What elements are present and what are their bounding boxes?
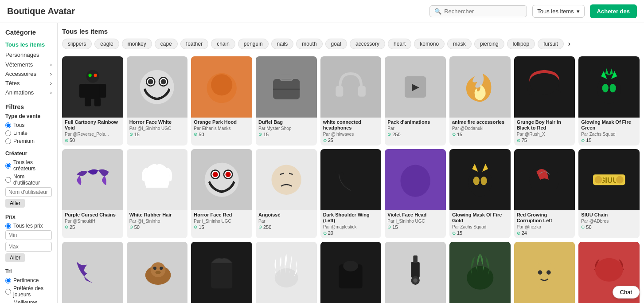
item-card[interactable]: Hoodie Par Eternos Digital ⊙ 20 <box>191 242 252 303</box>
item-card[interactable]: Purple Cursed Chains Par @SmoukiH ⊙ 25 <box>62 149 123 238</box>
sort-preferes[interactable]: Préférés des joueurs <box>5 285 52 298</box>
item-card[interactable]: Smug Egg Par @ROLVe Commu... ⊙ 50 <box>514 242 575 303</box>
svg-point-6 <box>88 74 91 77</box>
tag-heart[interactable]: heart <box>388 39 411 49</box>
item-card[interactable]: Red Growing Corruption Left Par @nezko ⊙… <box>514 149 575 238</box>
tag-eagle[interactable]: eagle <box>94 39 119 49</box>
creator-username[interactable]: Nom d'utilisateur <box>5 173 52 186</box>
item-info: Horror Face Red Par i_Sininho UGC ⊙ 15 <box>191 210 252 232</box>
sidebar-item-accessoires[interactable]: Accessoires › <box>5 69 52 79</box>
item-card[interactable]: Orange Park Hood Par Ethan's Masks ⊙ 50 <box>191 56 252 146</box>
item-image <box>256 149 317 210</box>
item-card[interactable]: Capybara Bread Buddy On Right Par ThienU… <box>127 242 188 303</box>
item-info: Violet Face Head Par i_Sininho UGC ⊙ 15 <box>385 210 446 232</box>
tag-monkey[interactable]: monkey <box>122 39 152 49</box>
item-price: ⊙ 15 <box>452 230 508 236</box>
tag-piercing[interactable]: piercing <box>474 39 504 49</box>
item-card[interactable]: Black MP3 Player w/ Earbuds Par @sirehns… <box>385 242 446 303</box>
sale-type-premium[interactable]: Premium <box>5 138 52 144</box>
item-card[interactable]: Full Cartoony Rainbow Void Par @Reverse_… <box>62 56 123 146</box>
price-go-button[interactable]: Aller <box>5 253 25 262</box>
item-card[interactable]: Dark Shoulder Wing (Left) Par @maplestic… <box>320 149 382 238</box>
item-card[interactable]: Purple Shoulder Wing (Left) Par @maplest… <box>62 242 123 303</box>
item-card[interactable]: Grunge Boy Hair in Black to Red Par @Rus… <box>514 56 575 146</box>
sidebar-item-personnages[interactable]: Personnages <box>5 50 52 60</box>
tag-mouth[interactable]: mouth <box>296 39 322 49</box>
creator-tous[interactable]: Tous les créateurs <box>5 159 52 172</box>
tag-slippers[interactable]: slippers <box>62 39 92 49</box>
item-name: white connected headphones <box>323 119 379 131</box>
sale-type-group: Tous Limité Premium <box>5 122 52 144</box>
robux-icon: ⊙ <box>517 231 520 236</box>
item-name: SIUU Chain <box>581 212 637 218</box>
sort-meilleures[interactable]: Meilleures ventes <box>5 299 52 303</box>
item-price: ⊙ 25 <box>323 138 379 143</box>
tag-cape[interactable]: cape <box>155 39 178 49</box>
item-card[interactable]: Spiky White Anime Hair Par @ICENODE ⊙ 55 <box>256 242 317 303</box>
robux-icon: ⊙ <box>129 224 133 229</box>
sidebar-item-vetements[interactable]: Vêtements › <box>5 60 52 69</box>
item-info: Pack d'animations Par ⊙ 250 <box>385 118 446 140</box>
item-name: Full Cartoony Rainbow Void <box>65 119 121 131</box>
chevron-icon: › <box>50 89 52 96</box>
item-card[interactable]: Black to Green Fluffy Messy Cool Par @Po… <box>449 242 511 303</box>
sidebar-item-all[interactable]: Tous les items <box>5 39 52 50</box>
price-min-input[interactable] <box>5 230 52 240</box>
svg-point-67 <box>546 270 551 275</box>
filters-title: Filtres <box>5 103 52 110</box>
item-price-value: 15 <box>457 230 462 236</box>
app-title: Boutique Avatar <box>7 6 75 16</box>
tag-lollipop[interactable]: lollipop <box>507 39 535 49</box>
robux-icon: ⊙ <box>387 224 391 229</box>
chevron-icon: › <box>50 80 52 87</box>
tags-next-button[interactable]: › <box>566 39 572 49</box>
item-card[interactable]: white connected headphones Par @inkwaves… <box>320 56 382 146</box>
tag-fursuit[interactable]: fursuit <box>538 39 564 49</box>
item-price-value: 15 <box>586 138 591 143</box>
chevron-icon: › <box>50 71 52 77</box>
item-card[interactable]: Horror Face Red Par i_Sininho UGC ⊙ 15 <box>191 149 252 238</box>
filter-dropdown[interactable]: Tous les items ▾ <box>532 5 584 18</box>
item-image <box>62 56 123 118</box>
tag-chain[interactable]: chain <box>211 39 235 49</box>
tag-penguin[interactable]: penguin <box>238 39 269 49</box>
item-card[interactable]: Violet Face Head Par i_Sininho UGC ⊙ 15 <box>385 149 446 238</box>
tag-accessory[interactable]: accessory <box>350 39 385 49</box>
sidebar-item-tetes[interactable]: Têtes › <box>5 79 52 88</box>
item-card[interactable]: anime fire accessories Par @Dodanuki ⊙ 1… <box>449 56 511 146</box>
creator-input[interactable] <box>5 187 52 197</box>
item-card[interactable]: Horror Face White Par @i_Sininho UGC ⊙ 1… <box>127 56 188 146</box>
item-card[interactable]: SIUU SIUU Chain Par @ADbros ⊙ 50 <box>578 149 640 238</box>
price-max-input[interactable] <box>5 242 52 252</box>
item-card[interactable]: Angoissé Par ⊙ 250 <box>256 149 317 238</box>
item-creator: Par <box>258 219 314 224</box>
sale-type-tous[interactable]: Tous <box>5 122 52 128</box>
item-card[interactable]: ▶ Pack d'animations Par ⊙ 250 <box>385 56 446 146</box>
item-card[interactable]: Duffel Bag Par Myster Shop ⊙ 15 <box>256 56 317 146</box>
tag-goat[interactable]: goat <box>325 39 347 49</box>
item-card[interactable]: Glowing Mask Of Fire Gold Par Zachs Squa… <box>449 149 511 238</box>
tag-nails[interactable]: nails <box>271 39 294 49</box>
item-price-value: 25 <box>70 224 75 230</box>
item-image <box>514 56 575 118</box>
item-card[interactable]: Glowing Mask Of Fire Green Par Zachs Squ… <box>578 56 640 146</box>
sale-type-limite[interactable]: Limité <box>5 130 52 136</box>
svg-marker-27 <box>609 68 613 75</box>
sort-pertinence[interactable]: Pertinence <box>5 277 52 283</box>
item-price: ⊙ 250 <box>387 132 443 137</box>
sidebar-item-animations[interactable]: Animations › <box>5 88 52 97</box>
svg-point-36 <box>271 165 301 194</box>
tag-kemono[interactable]: kemono <box>414 39 445 49</box>
price-tous[interactable]: Tous les prix <box>5 223 52 229</box>
tag-feather[interactable]: feather <box>180 39 208 49</box>
tags-bar: slippers eagle monkey cape feather chain… <box>62 39 640 51</box>
chat-button[interactable]: Chat <box>613 286 640 299</box>
tag-mask[interactable]: mask <box>447 39 472 49</box>
item-price-value: 15 <box>199 224 204 230</box>
search-input[interactable] <box>444 8 522 15</box>
item-price: ⊙ 25 <box>65 224 121 230</box>
buy-button[interactable]: Acheter des <box>590 4 637 18</box>
item-card[interactable]: Black Hoodie Par @DieSoft ⊙ 100 <box>320 242 382 303</box>
creator-go-button[interactable]: Aller <box>5 199 25 208</box>
item-card[interactable]: White Rubber Hair Par @i_Sininho ⊙ 50 <box>127 149 188 238</box>
